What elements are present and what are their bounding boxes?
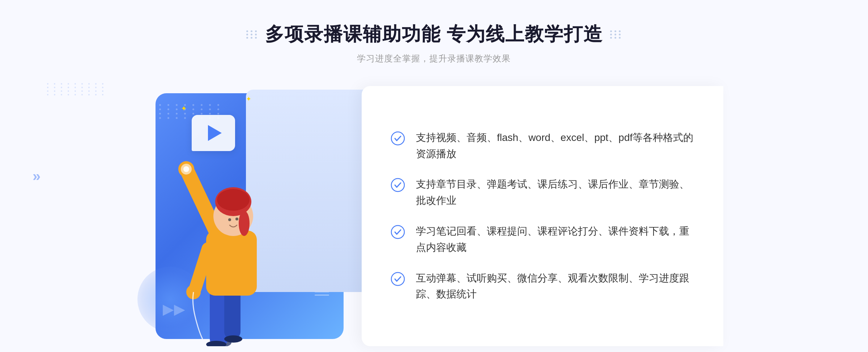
svg-point-15 bbox=[235, 218, 238, 220]
check-icon-2 bbox=[391, 178, 405, 192]
svg-rect-2 bbox=[224, 288, 241, 339]
svg-point-14 bbox=[228, 218, 231, 221]
svg-point-21 bbox=[391, 272, 404, 286]
decorator-dots-left bbox=[246, 30, 258, 39]
svg-point-12 bbox=[217, 189, 250, 211]
svg-line-8 bbox=[195, 249, 208, 288]
feature-text-2: 支持章节目录、弹题考试、课后练习、课后作业、章节测验、批改作业 bbox=[416, 176, 694, 209]
sparkle-icon-2: ✦ bbox=[246, 95, 251, 103]
page-container: // Will be rendered inline 多项录播课辅助功能 专为线… bbox=[0, 0, 868, 352]
feature-text-4: 互动弹幕、试听购买、微信分享、观看次数限制、学习进度跟踪、数据统计 bbox=[416, 270, 694, 303]
check-icon-3 bbox=[391, 225, 405, 239]
feature-item-2: 支持章节目录、弹题考试、课后练习、课后作业、章节测验、批改作业 bbox=[391, 176, 694, 209]
page-title: 多项录播课辅助功能 专为线上教学打造 bbox=[265, 22, 603, 47]
svg-point-19 bbox=[391, 179, 404, 192]
check-icon-4 bbox=[391, 272, 405, 286]
decorator-dots-right bbox=[610, 30, 622, 39]
human-figure-illustration bbox=[166, 129, 304, 346]
svg-point-18 bbox=[391, 132, 404, 145]
content-area: // dots rendered below ▶▶ bbox=[145, 86, 723, 346]
decorative-dots-left: // Will be rendered inline bbox=[43, 116, 103, 163]
svg-point-4 bbox=[224, 335, 242, 343]
svg-point-20 bbox=[391, 226, 404, 239]
features-list: 支持视频、音频、flash、word、excel、ppt、pdf等各种格式的资源… bbox=[362, 86, 723, 346]
feature-text-1: 支持视频、音频、flash、word、excel、ppt、pdf等各种格式的资源… bbox=[416, 130, 694, 162]
page-dots-pattern-left bbox=[47, 83, 107, 95]
sparkle-icon-1: ✦ bbox=[181, 104, 187, 113]
left-chevron-arrows: » bbox=[33, 168, 41, 184]
illustration-area: // dots rendered below ▶▶ bbox=[145, 86, 369, 346]
feature-item-4: 互动弹幕、试听购买、微信分享、观看次数限制、学习进度跟踪、数据统计 bbox=[391, 270, 694, 303]
feature-item-1: 支持视频、音频、flash、word、excel、ppt、pdf等各种格式的资源… bbox=[391, 130, 694, 162]
check-icon-1 bbox=[391, 131, 405, 146]
feature-item-3: 学习笔记回看、课程提问、课程评论打分、课件资料下载，重点内容收藏 bbox=[391, 223, 694, 256]
header-decorators: 多项录播课辅助功能 专为线上教学打造 bbox=[246, 22, 622, 47]
svg-point-13 bbox=[239, 211, 250, 236]
feature-text-3: 学习笔记回看、课程提问、课程评论打分、课件资料下载，重点内容收藏 bbox=[416, 223, 694, 256]
svg-point-17 bbox=[183, 166, 189, 172]
header-section: 多项录播课辅助功能 专为线上教学打造 学习进度全掌握，提升录播课教学效果 bbox=[246, 22, 622, 64]
page-subtitle: 学习进度全掌握，提升录播课教学效果 bbox=[246, 53, 622, 64]
